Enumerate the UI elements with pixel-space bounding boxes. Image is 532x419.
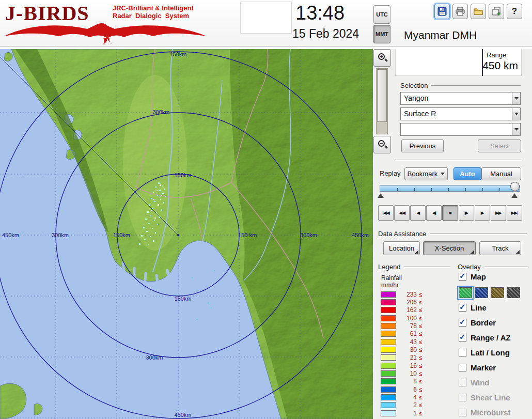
legend-label: Legend	[378, 263, 400, 271]
timeline-thumb[interactable]	[510, 182, 520, 191]
radar-center-marker	[177, 234, 179, 236]
auto-replay-button[interactable]: Auto	[453, 167, 481, 180]
timeline-tick	[482, 188, 483, 191]
option-dropdown[interactable]	[400, 123, 521, 136]
previous-button[interactable]: Previous	[401, 139, 444, 152]
chevron-down-icon	[514, 97, 519, 102]
utc-button[interactable]: UTC	[373, 5, 390, 24]
radar-map-view[interactable]: 450km 300km 150km 450km 300km 150km 150 …	[0, 49, 373, 419]
clock-time: 13:48	[295, 2, 345, 24]
help-button[interactable]: ?	[507, 4, 522, 19]
step-back-button[interactable]: ◀|	[426, 205, 442, 221]
zoom-scrollbar[interactable]	[376, 68, 388, 134]
legend-item: 4≤	[381, 393, 443, 401]
save-button[interactable]	[434, 4, 450, 19]
legend-swatch	[381, 307, 396, 313]
timeline-start-marker[interactable]	[378, 193, 384, 198]
timeline-tick	[465, 188, 466, 191]
map-color-navy[interactable]	[475, 287, 488, 298]
goto-first-button[interactable]: |◀◀	[378, 205, 394, 221]
print-button[interactable]	[452, 4, 468, 19]
overlay-item-marker[interactable]: Marker	[459, 362, 531, 373]
site-dropdown-value[interactable]: Yangon	[400, 92, 512, 105]
fast-forward-button[interactable]: ▶▶	[491, 205, 506, 221]
product-dropdown-value[interactable]: Surface R	[400, 107, 512, 120]
printer-icon	[455, 6, 465, 17]
checkbox[interactable]	[459, 319, 466, 327]
overlay-item-line[interactable]: Line	[459, 302, 531, 313]
site-dropdown-button[interactable]	[512, 92, 521, 105]
overlay-item-range-az[interactable]: Range / AZ	[459, 332, 531, 343]
map-color-olive[interactable]	[491, 287, 504, 298]
timeline-tick	[414, 188, 415, 191]
map-color-gray[interactable]	[507, 287, 520, 298]
stop-button[interactable]: ■	[442, 205, 458, 221]
svg-text:150km: 150km	[113, 232, 130, 238]
eagle-logo-icon	[2, 21, 209, 45]
timeline-end-marker[interactable]	[511, 193, 518, 198]
fast-rewind-button[interactable]: ◀◀	[394, 205, 410, 221]
legend-swatch	[381, 354, 396, 361]
mmt-button[interactable]: MMT	[373, 25, 390, 43]
zoom-out-button[interactable]: −	[373, 136, 391, 153]
legend-item: 43≤	[381, 338, 443, 346]
legend-unit: Rainfall mm/hr	[381, 274, 402, 289]
legend-swatch	[381, 386, 396, 393]
legend-swatch	[381, 315, 396, 321]
select-button[interactable]: Select	[478, 139, 521, 152]
manual-replay-button[interactable]: Manual	[481, 167, 521, 180]
play-reverse-button[interactable]: ◀	[410, 205, 426, 221]
product-dropdown-button[interactable]	[512, 107, 521, 120]
selection-label: Selection	[400, 82, 428, 89]
xsection-button[interactable]: X-Section	[423, 241, 476, 255]
timeline-slider[interactable]	[380, 185, 520, 192]
replay-label: Replay	[380, 169, 400, 177]
product-dropdown[interactable]: Surface R	[400, 107, 521, 120]
checkbox	[459, 379, 466, 386]
zoom-in-icon: +	[377, 53, 387, 63]
checkbox[interactable]	[459, 349, 466, 356]
checkbox[interactable]	[459, 334, 466, 342]
svg-text:450km: 450km	[169, 51, 186, 57]
play-button[interactable]: ▶	[475, 205, 490, 221]
checkbox[interactable]	[459, 364, 466, 371]
legend-swatch	[381, 410, 396, 416]
option-dropdown-button[interactable]	[512, 123, 521, 136]
checkbox[interactable]	[459, 273, 466, 281]
overlay-item-wind: Wind	[459, 377, 531, 388]
svg-text:150km: 150km	[174, 172, 191, 178]
legend-item: 2≤	[381, 401, 443, 409]
svg-text:450km: 450km	[174, 412, 191, 418]
zoom-scrollbar-thumb[interactable]	[377, 69, 387, 122]
export-button[interactable]	[489, 4, 504, 19]
svg-text:300km: 300km	[146, 354, 163, 361]
site-dropdown[interactable]: Yangon	[400, 92, 521, 105]
map-color-green[interactable]	[459, 287, 472, 298]
option-dropdown-value[interactable]	[400, 123, 512, 136]
overlay-label: Overlay	[458, 263, 481, 271]
legend-item: 233≤	[381, 290, 443, 298]
chevron-down-icon	[514, 113, 519, 117]
separator	[395, 160, 522, 161]
timeline-tick	[499, 188, 500, 191]
location-button[interactable]: Location	[383, 241, 420, 255]
help-icon: ?	[512, 6, 517, 17]
track-button[interactable]: Track	[479, 241, 521, 255]
header-blank-panel	[240, 2, 292, 34]
overlay-item-microburst: Microburst	[459, 407, 531, 418]
overlay-item-lati-long[interactable]: Lati / Long	[459, 347, 531, 358]
bookmark-button[interactable]: Bookmark	[404, 167, 448, 180]
open-button[interactable]	[471, 4, 486, 19]
timeline-tick	[448, 188, 449, 191]
legend-item: 1≤	[381, 409, 443, 417]
radar-map[interactable]: 450km 300km 150km 450km 300km 150km 150 …	[0, 49, 373, 419]
step-forward-button[interactable]: |▶	[459, 205, 474, 221]
legend-rule	[404, 267, 450, 268]
zoom-in-button[interactable]: +	[373, 49, 391, 67]
goto-last-button[interactable]: ▶▶|	[507, 205, 522, 221]
legend-item: 6≤	[381, 385, 443, 393]
checkbox[interactable]	[459, 304, 466, 312]
overlay-item-border[interactable]: Border	[459, 317, 531, 328]
overlay-item-map[interactable]: Map	[459, 271, 531, 282]
legend-swatch	[381, 402, 396, 408]
